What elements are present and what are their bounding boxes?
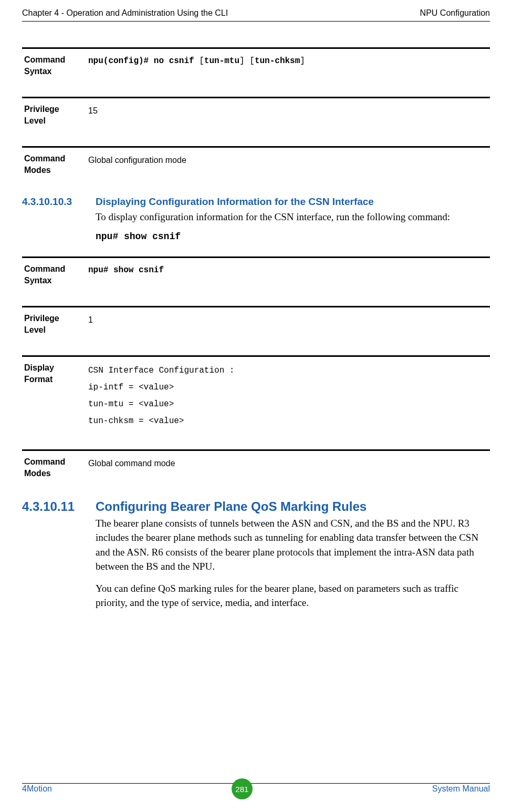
cs-bracket1: [ [199,56,204,66]
display-format-label: Display Format [22,357,86,435]
cs-part1: npu(config)# no csnif [88,56,199,66]
section-p2: You can define QoS marking rules for the… [96,581,490,610]
section-title-2: Configuring Bearer Plane QoS Marking Rul… [96,499,490,514]
section-display-csn: 4.3.10.10.3 Displaying Configuration Inf… [22,196,490,208]
display-format-block: Display Format CSN Interface Configurati… [22,355,490,435]
cs-bracket3: ] [300,56,305,66]
command-modes-label-2: Command Modes [22,451,86,484]
display-format-line3: tun-mtu = <value> [88,396,488,413]
section-body: To display configuration information for… [96,210,490,224]
privilege-level-block: Privilege Level 15 [22,97,490,131]
command-modes-value-2: Global command mode [86,451,490,484]
command-syntax-block: Command Syntax npu(config)# no csnif [tu… [22,47,490,82]
command-syntax-value-2: npu# show csnif [86,258,490,291]
page: Chapter 4 - Operation and Administration… [0,0,512,812]
content: Command Syntax npu(config)# no csnif [tu… [22,47,490,618]
section-qos-rules: 4.3.10.11 Configuring Bearer Plane QoS M… [22,499,490,514]
section-number: 4.3.10.10.3 [22,196,96,208]
footer-left: 4Motion [22,784,52,794]
page-number: 281 [232,778,253,799]
cs-bracket2: ] [ [239,56,255,66]
command-modes-block: Command Modes Global configuration mode [22,146,490,181]
privilege-level-label: Privilege Level [22,98,86,131]
privilege-level-block-2: Privilege Level 1 [22,306,490,341]
page-header: Chapter 4 - Operation and Administration… [22,8,490,18]
privilege-level-value: 15 [86,98,490,131]
command-modes-block-2: Command Modes Global command mode [22,449,490,484]
header-left: Chapter 4 - Operation and Administration… [22,8,228,18]
display-format-line2: ip-intf = <value> [88,379,488,396]
command-syntax-value: npu(config)# no csnif [tun-mtu] [tun-chk… [86,49,490,82]
page-footer: 4Motion 281 System Manual [22,778,490,799]
display-format-line4: tun-chksm = <value> [88,413,488,429]
cs-arg1: tun-mtu [204,56,239,66]
footer-right: System Manual [432,784,490,794]
section-number-2: 4.3.10.11 [22,499,96,514]
display-format-line1: CSN Interface Configuration : [88,362,488,379]
command-syntax-block-2: Command Syntax npu# show csnif [22,256,490,291]
command-modes-label: Command Modes [22,148,86,181]
header-rule [22,21,490,22]
display-format-value: CSN Interface Configuration : ip-intf = … [86,357,490,435]
command-syntax-label-2: Command Syntax [22,258,86,291]
section-paragraph: To display configuration information for… [96,210,490,224]
command-syntax-label: Command Syntax [22,49,86,82]
privilege-level-value-2: 1 [86,307,490,341]
command-line: npu# show csnif [96,231,490,242]
section-p1: The bearer plane consists of tunnels bet… [96,516,490,574]
header-right: NPU Configuration [420,8,490,18]
privilege-level-label-2: Privilege Level [22,307,86,341]
section-body-2: The bearer plane consists of tunnels bet… [96,516,490,610]
cs-arg2: tun-chksm [255,56,300,66]
section-title: Displaying Configuration Information for… [96,196,490,208]
command-modes-value: Global configuration mode [86,148,490,181]
